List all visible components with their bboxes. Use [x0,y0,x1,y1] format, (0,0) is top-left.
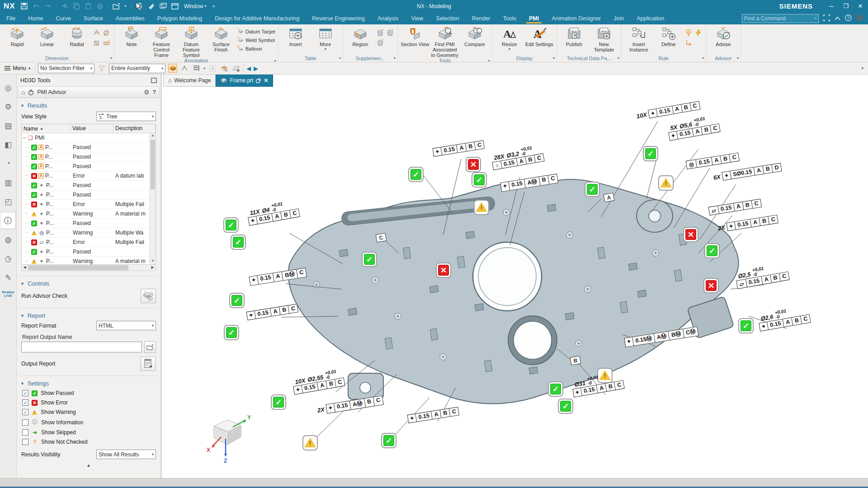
cylinder-icon[interactable] [376,38,385,47]
tab-join[interactable]: Join [607,12,630,24]
cylinder-icon[interactable] [386,28,395,38]
tab-assemblies[interactable]: Assemblies [109,12,151,24]
datum-flag-a[interactable]: A [604,192,615,202]
pmi-callout[interactable]: Ø2,6+0,01-0⌖0.15ABC [757,305,811,331]
result-row[interactable]: ┈⌖P...WarningA material m [22,209,150,219]
section-view-button[interactable]: Section View [401,26,429,47]
clamp-part-icon[interactable]: ◔ [1,155,16,172]
pmi-callout[interactable]: Ø2,5+0,01-0▱0.15ABC [735,262,790,289]
tab-analysis[interactable]: Analysis [371,12,405,24]
tab-curve[interactable]: Curve [50,12,77,24]
filter-icon[interactable] [97,64,106,73]
results-section-header[interactable]: ▼Results [20,102,157,109]
part-navigator-icon[interactable]: ▤ [1,117,16,134]
pmi-check-badge-warning[interactable] [658,175,674,191]
radial-button[interactable]: RRadial [62,26,91,47]
pmi-callout[interactable]: 2X⌖0.15ABC [717,215,779,233]
group-label[interactable]: Display▾ [492,54,557,62]
column-description[interactable]: Description [113,124,156,133]
tab-welcome-page[interactable]: ⌂ Welcome Page [163,75,216,87]
customize-icon[interactable]: ✎ [1,269,16,286]
pmi-callout[interactable]: ◎0.15ABC [686,153,740,169]
run-advisor-check-button[interactable] [141,289,156,303]
pick-icon[interactable] [95,2,104,10]
highlight-selection-icon[interactable] [168,64,177,73]
tab-design-for-additive-manufacturing[interactable]: Design for Additive Manufacturing [208,12,306,24]
window-layout-icon[interactable] [159,2,168,10]
checkbox-show-error[interactable]: ✓✕Show Error [22,399,155,406]
panel-collapse-arrow[interactable]: ▲ [17,463,160,468]
compare-button[interactable]: Compare [460,26,489,47]
report-section-header[interactable]: ▼Report [20,312,157,319]
chamfer-icon[interactable] [92,38,101,47]
pmi-callout[interactable]: 6X⌖SØ0.15ABD [713,163,783,182]
pmi-callout[interactable]: ⌖0.15ⓂAⓂBⓂCⓂ [624,326,699,347]
checkbox-show-warning[interactable]: ✓Show Warning [22,409,155,415]
output-report-button[interactable] [141,357,156,371]
checkbox-show-not-checked[interactable]: ?Show Not Checked [22,439,155,445]
snap-point-icon[interactable] [180,64,189,73]
pmi-callout[interactable]: ⌖0.15ABC [246,304,299,320]
tab-application[interactable]: Application [630,12,670,24]
cylinder-icon[interactable] [376,28,385,38]
list-dropdown-icon[interactable]: ▾ [203,66,205,70]
report-format-dropdown[interactable]: HTML▾ [96,321,156,330]
pmi-check-badge-pass[interactable]: ✓ [223,217,239,233]
paste-icon[interactable] [84,2,93,10]
view-forward-icon[interactable]: ▶ [254,65,258,72]
redo-icon[interactable] [43,2,52,10]
pmi-check-badge-pass[interactable]: ✓ [738,318,754,333]
tab-animation-designer[interactable]: Animation Designer [545,12,607,24]
result-row[interactable]: ┈✓⌖P...Passed [22,247,150,257]
pmi-check-badge-pass[interactable]: ✓ [558,399,573,414]
tab-frame-prt[interactable]: Frame.prt ✕ [216,75,273,87]
new-template-button[interactable]: New Template [590,26,618,52]
pmi-callout[interactable]: 2X⌖0.15AⓂBC [316,395,383,415]
pmi-callout[interactable]: ⌖0.15ABⓂC [249,267,307,286]
results-root-row[interactable]: −❏PMI [22,133,150,143]
advise-button[interactable]: Advise [709,26,738,47]
selection-scope-dropdown[interactable]: Entire Assembly▾ [109,64,165,73]
touch-mode-icon[interactable] [147,2,156,10]
pmi-check-badge-pass[interactable]: ✓ [271,394,286,410]
home-icon[interactable]: ⌂ [21,89,25,96]
menu-button[interactable]: Menu▾ [3,65,32,71]
result-row[interactable]: ┈⌖P...WarningA material m [22,257,150,264]
find-command-input[interactable] [744,15,814,22]
datum-flag-c[interactable]: C [376,233,387,242]
results-vertical-scrollbar[interactable]: ▲▼ [150,133,156,264]
constraint-navigator-icon[interactable]: ⚙ [1,98,16,115]
pmi-check-badge-error[interactable]: ✕ [436,263,451,278]
pmi-check-badge-warning[interactable] [474,200,489,215]
checkbox-show-passed[interactable]: ✓✓Show Passed [22,390,155,396]
graphics-viewport[interactable]: ⌂ Welcome Page Frame.prt ✕ [163,75,868,478]
close-tab-icon[interactable]: ✕ [264,77,268,84]
tab-pmi[interactable]: PMI [523,12,545,24]
pmi-check-badge-pass[interactable]: ✓ [408,167,424,182]
pmi-callout[interactable]: ▱0.15ABC [708,199,762,216]
settings-section-header[interactable]: ▼Settings [20,380,157,387]
result-row[interactable]: ┈✓⌖P...Passed [22,190,150,200]
pmi-check-badge-pass[interactable]: ✓ [548,381,563,397]
history-clock-icon[interactable]: ◷ [1,250,16,267]
pmi-check-badge-error[interactable]: ✕ [683,227,698,242]
selection-list-icon[interactable] [192,64,201,73]
pmi-check-badge-pass[interactable]: ✓ [224,325,239,340]
report-output-name-input[interactable] [21,342,142,352]
pmi-callout[interactable]: 11XØ4+0,01-0⌖0.15ABC [246,199,301,225]
result-row[interactable]: ┈✓⌖P...Passed [22,181,150,190]
resize-button[interactable]: AResize▾ [495,26,524,51]
zoom-selection-icon[interactable] [208,64,217,73]
group-label[interactable]: Supplemen...▾ [343,54,397,62]
pmi-check-badge-pass[interactable]: ✓ [472,172,487,188]
measure-icon[interactable]: ◰ [1,193,16,210]
tab-view[interactable]: View [405,12,429,24]
results-horizontal-scrollbar[interactable]: ◀▶ [21,265,156,271]
leader-icon[interactable] [684,38,693,47]
hd3d-tools-icon[interactable]: ⓘ [1,212,16,229]
web-browser-icon[interactable]: ◍ [1,231,16,248]
toolbar-options-icon[interactable]: ▾ [861,66,865,70]
diameter-icon[interactable] [102,28,111,38]
result-row[interactable]: ┈✕⌖P...ErrorMultiple Fail [22,200,150,209]
power-icon[interactable] [28,89,34,95]
